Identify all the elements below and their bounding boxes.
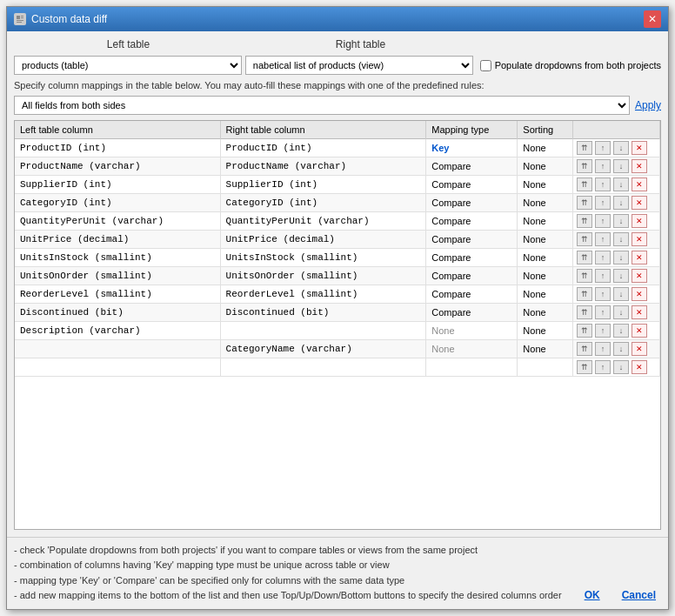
delete-button[interactable]: ✕	[632, 360, 647, 374]
down-button[interactable]: ↓	[613, 287, 629, 301]
mapping-type-cell[interactable]: Key	[426, 139, 518, 157]
top-button[interactable]: ⇈	[577, 287, 592, 301]
up-button[interactable]: ↑	[595, 342, 611, 356]
down-button[interactable]: ↓	[613, 324, 629, 338]
delete-button[interactable]: ✕	[632, 232, 647, 246]
top-button[interactable]: ⇈	[577, 269, 592, 283]
mapping-type-cell[interactable]: Compare	[426, 157, 518, 176]
delete-button[interactable]: ✕	[632, 287, 647, 301]
rules-dropdown[interactable]: All fields from both sides	[14, 96, 630, 115]
sorting-cell[interactable]: None	[518, 157, 573, 176]
action-buttons: ⇈ ↑ ↓ ✕	[576, 360, 657, 374]
sorting-cell[interactable]: None	[518, 212, 573, 231]
delete-button[interactable]: ✕	[632, 141, 647, 155]
up-button[interactable]: ↑	[595, 269, 611, 283]
top-button[interactable]: ⇈	[577, 196, 592, 210]
down-button[interactable]: ↓	[613, 196, 629, 210]
populate-checkbox[interactable]	[480, 60, 491, 71]
down-button[interactable]: ↓	[613, 251, 629, 264]
left-table-dropdown[interactable]: products (table)	[14, 56, 242, 75]
delete-button[interactable]: ✕	[632, 159, 647, 173]
top-button[interactable]: ⇈	[577, 159, 592, 173]
up-button[interactable]: ↑	[595, 196, 611, 210]
close-button[interactable]: ✕	[644, 10, 661, 28]
footer: - check 'Populate dropdowns from both pr…	[7, 537, 668, 609]
up-button[interactable]: ↑	[595, 360, 611, 374]
sorting-cell[interactable]: None	[518, 285, 573, 304]
sorting-cell[interactable]: None	[518, 304, 573, 322]
sorting-cell[interactable]: None	[518, 194, 573, 212]
delete-button[interactable]: ✕	[632, 177, 647, 191]
up-button[interactable]: ↑	[595, 324, 611, 338]
up-button[interactable]: ↑	[595, 287, 611, 301]
rules-row: All fields from both sides Apply	[14, 96, 661, 115]
top-button[interactable]: ⇈	[577, 232, 592, 246]
top-button[interactable]: ⇈	[577, 360, 592, 374]
up-button[interactable]: ↑	[595, 251, 611, 264]
delete-button[interactable]: ✕	[632, 269, 647, 283]
sorting-cell[interactable]	[518, 358, 573, 377]
top-button[interactable]: ⇈	[577, 214, 592, 228]
down-button[interactable]: ↓	[613, 360, 629, 374]
table-row: QuantityPerUnit (varchar) QuantityPerUni…	[15, 212, 660, 231]
mapping-type-cell[interactable]: Compare	[426, 231, 518, 249]
sorting-cell[interactable]: None	[518, 340, 573, 358]
down-button[interactable]: ↓	[613, 342, 629, 356]
down-button[interactable]: ↓	[613, 269, 629, 283]
col-left: Left table column	[15, 121, 220, 139]
down-button[interactable]: ↓	[613, 214, 629, 228]
mapping-type-cell[interactable]: Compare	[426, 285, 518, 304]
sorting-cell[interactable]: None	[518, 231, 573, 249]
down-button[interactable]: ↓	[613, 159, 629, 173]
ok-button[interactable]: OK	[575, 586, 610, 604]
actions-cell: ⇈ ↑ ↓ ✕	[573, 231, 660, 249]
down-button[interactable]: ↓	[613, 177, 629, 191]
delete-button[interactable]: ✕	[632, 342, 647, 356]
mapping-type-cell[interactable]	[426, 358, 518, 377]
mapping-type-cell[interactable]: Compare	[426, 267, 518, 285]
sorting-cell[interactable]: None	[518, 267, 573, 285]
top-button[interactable]: ⇈	[577, 177, 592, 191]
up-button[interactable]: ↑	[595, 141, 611, 155]
top-button[interactable]: ⇈	[577, 141, 592, 155]
top-button[interactable]: ⇈	[577, 305, 592, 319]
mapping-type-cell[interactable]: Compare	[426, 304, 518, 322]
top-button[interactable]: ⇈	[577, 251, 592, 264]
right-table-dropdown[interactable]: nabetical list of products (view)	[245, 56, 473, 75]
delete-button[interactable]: ✕	[632, 324, 647, 338]
svg-rect-2	[21, 16, 23, 17]
right-col-cell: CategoryName (varchar)	[220, 340, 426, 358]
actions-cell: ⇈ ↑ ↓ ✕	[573, 176, 660, 194]
top-button[interactable]: ⇈	[577, 342, 592, 356]
mapping-type-cell[interactable]: Compare	[426, 176, 518, 194]
up-button[interactable]: ↑	[595, 159, 611, 173]
mapping-type-cell[interactable]: Compare	[426, 194, 518, 212]
down-button[interactable]: ↓	[613, 305, 629, 319]
up-button[interactable]: ↑	[595, 305, 611, 319]
down-button[interactable]: ↓	[613, 232, 629, 246]
delete-button[interactable]: ✕	[632, 214, 647, 228]
table-row: CategoryID (int) CategoryID (int) Compar…	[15, 194, 660, 212]
sorting-cell[interactable]: None	[518, 249, 573, 267]
up-button[interactable]: ↑	[595, 177, 611, 191]
actions-cell: ⇈ ↑ ↓ ✕	[573, 194, 660, 212]
delete-button[interactable]: ✕	[632, 305, 647, 319]
actions-cell: ⇈ ↑ ↓ ✕	[573, 139, 660, 157]
mapping-type-cell[interactable]: Compare	[426, 249, 518, 267]
sorting-cell[interactable]: None	[518, 176, 573, 194]
sorting-cell[interactable]: None	[518, 322, 573, 340]
cancel-button[interactable]: Cancel	[617, 586, 661, 604]
delete-button[interactable]: ✕	[632, 251, 647, 264]
populate-checkbox-label[interactable]: Populate dropdowns from both projects	[480, 60, 661, 71]
up-button[interactable]: ↑	[595, 232, 611, 246]
dialog-title: Custom data diff	[31, 13, 107, 25]
mapping-type-cell[interactable]: None	[426, 322, 518, 340]
up-button[interactable]: ↑	[595, 214, 611, 228]
down-button[interactable]: ↓	[613, 141, 629, 155]
mapping-type-cell[interactable]: None	[426, 340, 518, 358]
top-button[interactable]: ⇈	[577, 324, 592, 338]
delete-button[interactable]: ✕	[632, 196, 647, 210]
mapping-type-cell[interactable]: Compare	[426, 212, 518, 231]
apply-link[interactable]: Apply	[635, 99, 661, 111]
sorting-cell[interactable]: None	[518, 139, 573, 157]
